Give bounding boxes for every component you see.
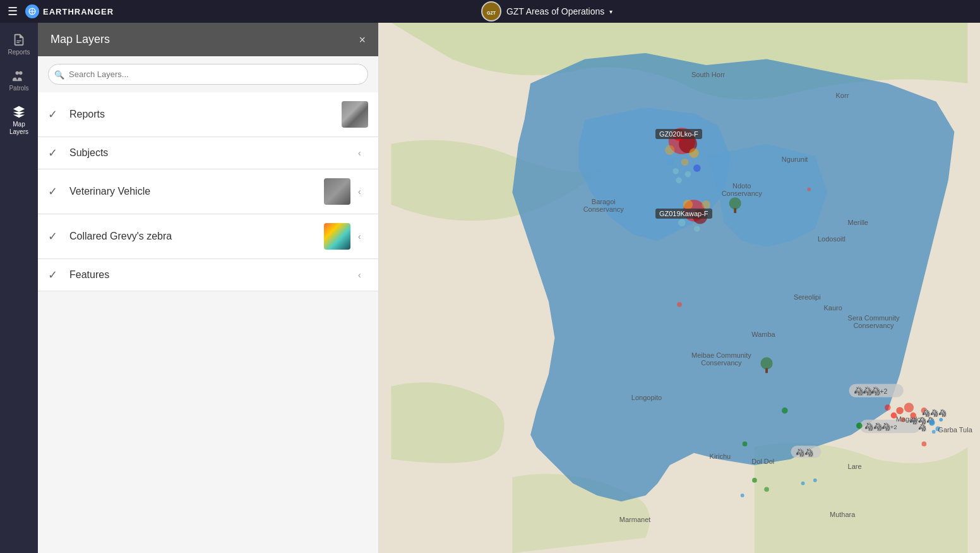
layer-name-vet: Veterinary Vehicle — [69, 186, 316, 197]
svg-point-16 — [689, 148, 698, 157]
map-layers-panel: Map Layers × 🔍 ✓ Reports ✓ Subjects ‹ — [38, 23, 379, 553]
svg-point-8 — [19, 71, 23, 75]
layer-thumb-reports — [342, 101, 368, 128]
svg-point-41 — [813, 478, 817, 482]
map-svg: 🦓 🦓 🦓 +2 🦓 🦓 🦓 +2 🦓 🦓 🦓 🦓 🦓 🦓 — [379, 23, 980, 553]
layer-list: ✓ Reports ✓ Subjects ‹ ✓ Veterinary Vehi… — [38, 92, 378, 553]
map-background: 🦓 🦓 🦓 +2 🦓 🦓 🦓 +2 🦓 🦓 🦓 🦓 🦓 🦓 — [379, 23, 980, 553]
layer-thumb-vet — [324, 178, 350, 205]
svg-point-74 — [891, 413, 897, 419]
svg-point-42 — [729, 197, 741, 209]
svg-text:+2: +2 — [890, 423, 897, 430]
subjects-chevron-icon: ‹ — [358, 148, 368, 158]
layer-check-features: ✓ — [48, 268, 62, 282]
svg-point-18 — [681, 159, 689, 166]
svg-point-7 — [16, 71, 20, 75]
layer-item-features[interactable]: ✓ Features ‹ — [38, 259, 378, 291]
logo-icon — [25, 4, 39, 18]
layer-check-zebra: ✓ — [48, 229, 62, 243]
svg-point-26 — [683, 200, 693, 209]
svg-point-68 — [939, 418, 943, 422]
svg-point-15 — [672, 129, 684, 141]
svg-point-22 — [676, 178, 682, 184]
svg-point-44 — [760, 357, 772, 369]
main-layout: Reports Patrols Map Layers Map Layers × … — [0, 23, 980, 553]
sidebar: Reports Patrols Map Layers — [0, 23, 38, 553]
features-chevron-icon: ‹ — [358, 270, 368, 280]
org-selector[interactable]: GZT GZT Areas of Operations ▾ — [121, 1, 972, 21]
svg-point-66 — [929, 420, 935, 426]
svg-rect-43 — [734, 208, 736, 213]
svg-text:🦓: 🦓 — [804, 448, 814, 457]
svg-point-17 — [665, 145, 674, 155]
layer-name-features: Features — [69, 269, 350, 281]
svg-point-38 — [764, 487, 769, 492]
sidebar-patrols-label: Patrols — [9, 85, 28, 92]
layer-item-reports[interactable]: ✓ Reports — [38, 92, 378, 137]
svg-point-19 — [672, 168, 679, 174]
panel-header: Map Layers × — [38, 23, 378, 56]
svg-text:🦓: 🦓 — [938, 409, 947, 417]
sidebar-item-patrols[interactable]: Patrols — [3, 64, 35, 97]
svg-point-21 — [693, 164, 701, 172]
org-chevron-icon: ▾ — [609, 8, 612, 15]
layers-icon — [12, 105, 26, 119]
svg-point-76 — [856, 423, 863, 429]
svg-rect-5 — [16, 40, 21, 41]
svg-point-33 — [922, 442, 927, 447]
layer-thumb-zebra — [324, 223, 350, 250]
layer-check-reports: ✓ — [48, 107, 62, 121]
topbar: ☰ EARTHRANGER GZT GZT Areas of Operation… — [0, 0, 980, 23]
panel-search-area: 🔍 — [38, 56, 378, 92]
app-logo: EARTHRANGER — [25, 4, 114, 18]
map-area[interactable]: 🦓 🦓 🦓 +2 🦓 🦓 🦓 +2 🦓 🦓 🦓 🦓 🦓 🦓 — [379, 23, 980, 553]
panel-close-button[interactable]: × — [359, 34, 366, 46]
search-wrapper: 🔍 — [48, 64, 368, 85]
svg-point-31 — [677, 302, 682, 307]
org-logo: GZT — [481, 1, 501, 21]
layer-item-zebra[interactable]: ✓ Collared Grevy's zebra ‹ — [38, 214, 378, 259]
svg-point-72 — [910, 413, 916, 419]
svg-point-73 — [900, 417, 905, 422]
panel-title: Map Layers — [51, 33, 110, 46]
layer-name-reports: Reports — [69, 109, 334, 120]
svg-point-20 — [685, 171, 691, 178]
svg-point-69 — [932, 430, 936, 434]
svg-text:+2: +2 — [880, 387, 887, 395]
patrols-icon — [12, 69, 26, 83]
sidebar-reports-label: Reports — [8, 49, 30, 56]
svg-point-27 — [702, 200, 710, 209]
svg-point-35 — [782, 408, 788, 414]
sidebar-maplayers-label: Map Layers — [5, 121, 33, 136]
layer-name-zebra: Collared Grevy's zebra — [69, 231, 316, 242]
svg-point-28 — [678, 219, 686, 227]
svg-point-40 — [801, 482, 805, 485]
org-name: GZT Areas of Operations — [506, 6, 604, 16]
layer-check-subjects: ✓ — [48, 146, 62, 160]
svg-point-32 — [807, 188, 811, 191]
svg-point-67 — [936, 427, 941, 432]
layer-check-vet: ✓ — [48, 185, 62, 198]
hamburger-icon[interactable]: ☰ — [8, 4, 18, 18]
zebra-chevron-icon: ‹ — [358, 231, 368, 241]
svg-point-34 — [743, 442, 748, 447]
svg-point-70 — [896, 407, 904, 415]
search-icon: 🔍 — [54, 70, 64, 79]
sidebar-item-reports[interactable]: Reports — [3, 28, 35, 61]
svg-point-25 — [693, 209, 707, 224]
svg-point-29 — [694, 226, 700, 232]
svg-point-71 — [904, 403, 914, 412]
layer-item-vet-vehicle[interactable]: ✓ Veterinary Vehicle ‹ — [38, 169, 378, 214]
reports-icon — [12, 33, 26, 47]
svg-text:GZT: GZT — [487, 11, 496, 15]
svg-point-39 — [741, 494, 744, 497]
svg-rect-6 — [16, 42, 20, 43]
search-input[interactable] — [48, 64, 368, 85]
svg-text:🦓: 🦓 — [918, 423, 927, 432]
vet-chevron-icon: ‹ — [358, 186, 368, 197]
svg-rect-45 — [765, 368, 768, 374]
layer-item-subjects[interactable]: ✓ Subjects ‹ — [38, 137, 378, 169]
layer-name-subjects: Subjects — [69, 147, 350, 159]
svg-point-30 — [667, 214, 673, 220]
sidebar-item-map-layers[interactable]: Map Layers — [3, 100, 35, 141]
